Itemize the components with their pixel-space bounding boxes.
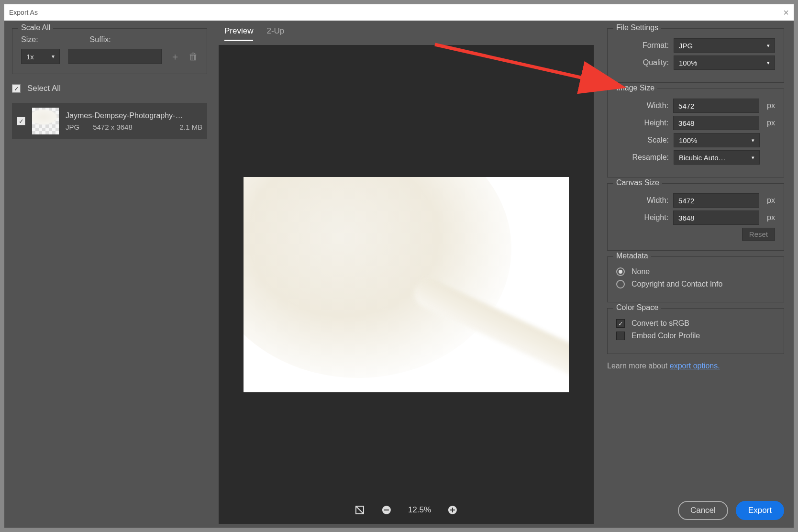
size-label: Size: [21,35,38,44]
canvas-area: 12.5% [219,45,594,524]
left-panel: Scale All Size: Suffix: 1x ▾ ＋ 🗑 ✓ [4,21,215,528]
select-all-checkbox[interactable]: ✓ [12,84,21,93]
zoom-in-icon[interactable] [447,505,458,515]
unit-px: px [767,196,775,205]
embed-profile-checkbox[interactable] [616,332,625,340]
embed-profile-row[interactable]: Embed Color Profile [616,332,775,340]
quality-select[interactable]: 100%▾ [674,55,775,70]
zoom-bar: 12.5% [355,505,458,515]
chevron-down-icon: ▾ [767,43,770,49]
cancel-button[interactable]: Cancel [678,501,728,520]
scale-label: Scale: [616,136,669,144]
convert-srgb-label: Convert to sRGB [632,319,689,328]
select-all-row[interactable]: ✓ Select All [12,84,207,93]
chevron-down-icon: ▾ [767,60,770,66]
height-input[interactable] [673,116,759,130]
export-options-link[interactable]: export options. [670,362,720,370]
radio-none[interactable] [616,267,625,276]
preview-tabs: Preview 2-Up [215,21,598,41]
metadata-none-row[interactable]: None [616,267,775,276]
close-icon[interactable]: × [783,7,789,18]
format-select[interactable]: JPG▾ [674,38,775,53]
asset-checkbox[interactable]: ✓ [17,117,25,125]
asset-info: Jaymes-Dempsey-Photography-… JPG 5472 x … [66,111,202,131]
svg-rect-2 [384,510,389,510]
titlebar: Export As × [4,4,794,21]
metadata-title: Metadata [613,252,651,260]
canvas-width-label: Width: [616,196,668,205]
zoom-level: 12.5% [408,505,431,515]
preview-image [244,177,569,392]
asset-thumbnail [32,108,59,134]
embed-profile-label: Embed Color Profile [632,332,700,340]
tab-2up[interactable]: 2-Up [266,26,284,41]
unit-px: px [767,101,775,110]
image-size-group: Image Size Width: px Height: px Scale: 1… [607,89,784,177]
size-value: 1x [26,53,34,61]
unit-px: px [767,213,775,222]
center-panel: Preview 2-Up 12.5% [215,21,598,528]
suffix-label: Suffix: [90,35,111,44]
metadata-none-label: None [632,267,650,276]
footer-buttons: Cancel Export [607,495,784,520]
select-all-label: Select All [27,84,61,93]
convert-srgb-row[interactable]: ✓ Convert to sRGB [616,319,775,328]
radio-copyright[interactable] [616,280,625,288]
svg-rect-5 [452,508,453,512]
asset-format: JPG [66,123,79,131]
canvas-size-title: Canvas Size [613,178,662,187]
canvas-width-input[interactable] [673,193,759,208]
scale-all-group: Scale All Size: Suffix: 1x ▾ ＋ 🗑 [12,28,207,74]
trash-icon[interactable]: 🗑 [188,51,198,62]
canvas-height-label: Height: [616,213,668,222]
convert-srgb-checkbox[interactable]: ✓ [616,319,625,328]
export-as-dialog: Export As × Scale All Size: Suffix: 1x ▾… [4,4,794,528]
metadata-copyright-row[interactable]: Copyright and Contact Info [616,280,775,288]
scale-select[interactable]: 100%▾ [674,133,760,147]
canvas-height-input[interactable] [673,211,759,225]
asset-name: Jaymes-Dempsey-Photography-… [66,111,202,120]
metadata-group: Metadata None Copyright and Contact Info [607,256,784,302]
color-space-group: Color Space ✓ Convert to sRGB Embed Colo… [607,308,784,354]
width-input[interactable] [673,99,759,113]
chevron-down-icon: ▾ [52,53,55,60]
dialog-title: Export As [9,9,38,16]
asset-dims: 5472 x 3648 [93,123,133,131]
reset-button[interactable]: Reset [742,228,775,241]
scale-all-title: Scale All [18,23,53,32]
metadata-copyright-label: Copyright and Contact Info [632,280,722,288]
image-size-title: Image Size [613,84,657,92]
zoom-out-icon[interactable] [381,505,392,515]
file-settings-group: File Settings Format: JPG▾ Quality: 100%… [607,28,784,83]
asset-row[interactable]: ✓ Jaymes-Dempsey-Photography-… JPG 5472 … [12,103,207,139]
format-label: Format: [616,41,669,50]
asset-filesize: 2.1 MB [179,123,202,131]
width-label: Width: [616,101,668,110]
suffix-input[interactable] [68,49,162,64]
right-panel: File Settings Format: JPG▾ Quality: 100%… [598,21,794,528]
resample-select[interactable]: Bicubic Auto…▾ [674,150,760,165]
resample-label: Resample: [616,153,669,162]
height-label: Height: [616,119,668,127]
quality-label: Quality: [616,58,669,67]
file-settings-title: File Settings [613,23,661,32]
fit-icon[interactable] [355,505,365,515]
export-button[interactable]: Export [736,501,784,520]
unit-px: px [767,119,775,127]
canvas-size-group: Canvas Size Width: px Height: px Reset [607,183,784,251]
add-icon[interactable]: ＋ [170,50,180,63]
color-space-title: Color Space [613,303,661,312]
chevron-down-icon: ▾ [752,137,754,144]
size-select[interactable]: 1x ▾ [21,49,60,64]
chevron-down-icon: ▾ [752,155,754,161]
learn-more: Learn more about export options. [607,362,784,370]
tab-preview[interactable]: Preview [224,26,253,41]
